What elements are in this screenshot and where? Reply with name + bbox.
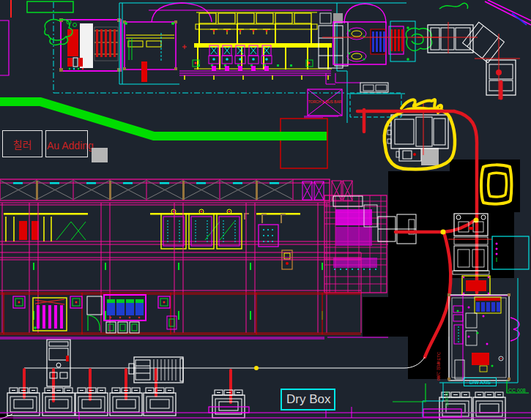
dry-box-label-box[interactable]: Dry Box [281, 389, 335, 410]
dock-equipment-row[interactable] [0, 293, 361, 334]
chiller-machine[interactable] [45, 18, 121, 72]
box-machine[interactable] [42, 388, 75, 416]
red-zone-rect[interactable] [281, 119, 327, 168]
container-note-label: 용기 이동 ETC [435, 341, 442, 380]
loader-module[interactable] [123, 20, 187, 82]
small-green-unit[interactable] [70, 296, 82, 308]
black-floor-zones [0, 160, 520, 420]
box-machine[interactable] [144, 388, 176, 416]
box-machine[interactable] [473, 392, 505, 420]
route-node [441, 230, 446, 235]
route-node [254, 366, 259, 370]
floor-grid[interactable] [0, 203, 361, 333]
transfer-assembly[interactable] [417, 0, 531, 100]
gray-marker-square [92, 148, 108, 162]
tower-machine[interactable] [47, 340, 70, 386]
chiller-label: 칠러 [13, 137, 32, 151]
dw-axis-label-box[interactable]: D/W AXIS [464, 378, 497, 386]
utility-route[interactable] [24, 357, 425, 402]
process-cabinet[interactable] [189, 209, 214, 249]
torch-busbar-label: TORCH & BUS BAR [308, 89, 342, 116]
au-adding-label: Au Adding [47, 140, 94, 151]
au-adding-label-box[interactable]: Au Adding [45, 130, 88, 157]
process-cabinet[interactable] [161, 209, 186, 249]
torch-busbar-text: TORCH & BUS BAR [308, 100, 342, 105]
truss-line[interactable] [0, 179, 352, 200]
cc-008-label: CC 008 [508, 388, 526, 393]
route-node [474, 218, 479, 223]
small-green-unit[interactable] [13, 296, 25, 308]
chiller-label-box[interactable]: 칠러 [2, 130, 42, 157]
dry-box-label: Dry Box [286, 392, 330, 407]
cell-bank-unit[interactable] [104, 295, 146, 320]
process-cabinet[interactable] [217, 209, 242, 249]
small-green-unit[interactable] [158, 296, 170, 308]
gray-pad [421, 148, 439, 165]
boundary-lines [0, 337, 531, 420]
box-machine[interactable] [212, 390, 245, 418]
cad-drawing [0, 0, 531, 420]
dimension-note-label: 3300.00 [445, 380, 449, 407]
end-station-module[interactable] [322, 21, 439, 84]
dw-axis-label: D/W AXIS [469, 380, 491, 385]
cad-canvas[interactable]: 칠러 Au Adding TORCH & BUS BAR Dry Box D/W… [0, 0, 531, 420]
